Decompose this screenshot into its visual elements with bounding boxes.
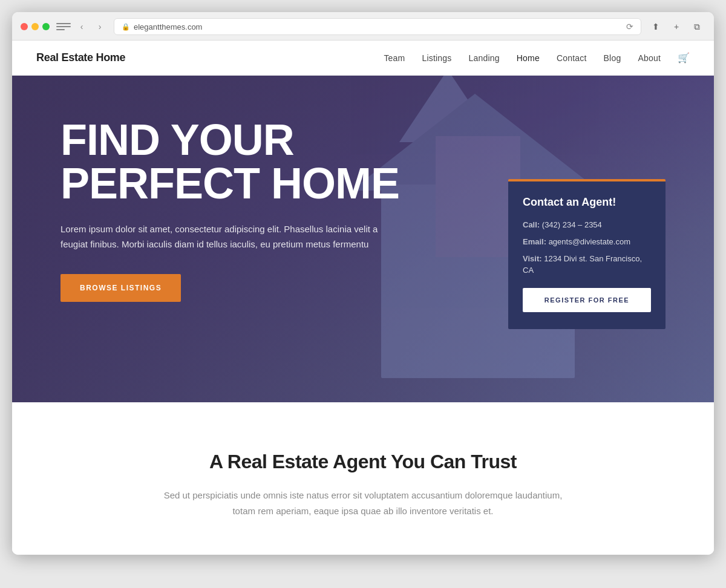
- hero-title: FIND YOUR PERFECT HOME: [60, 118, 424, 205]
- contact-card-title: Contact an Agent!: [523, 196, 651, 209]
- forward-button[interactable]: ›: [92, 19, 108, 34]
- nav-listings[interactable]: Listings: [422, 53, 451, 63]
- traffic-lights: [21, 23, 50, 30]
- contact-email: Email: agents@diviestate.com: [523, 237, 651, 247]
- share-button[interactable]: ⬆: [647, 18, 664, 35]
- sidebar-toggle[interactable]: [56, 19, 71, 34]
- maximize-button[interactable]: [42, 23, 50, 30]
- new-tab-button[interactable]: +: [668, 18, 685, 35]
- back-button[interactable]: ‹: [74, 19, 90, 34]
- hero-description: Lorem ipsum dolor sit amet, consectetur …: [60, 222, 399, 252]
- tab-overview-button[interactable]: ⧉: [688, 18, 705, 35]
- nav-about[interactable]: About: [638, 53, 661, 63]
- lock-icon: 🔒: [122, 23, 130, 31]
- browse-listings-button[interactable]: BROWSE LISTINGS: [60, 274, 181, 302]
- nav-contact[interactable]: Contact: [557, 53, 587, 63]
- website-content: Real Estate Home Team Listings Landing H…: [12, 41, 714, 555]
- browser-window: ‹ › 🔒 elegantthemes.com ⟳ ⬆ + ⧉ Real Est…: [12, 12, 714, 555]
- url-text: elegantthemes.com: [134, 22, 202, 31]
- minimize-button[interactable]: [31, 23, 39, 30]
- close-button[interactable]: [21, 23, 28, 30]
- browser-actions: ⬆ + ⧉: [647, 18, 705, 35]
- site-logo: Real Estate Home: [36, 51, 125, 64]
- section-title: A Real Estate Agent You Can Trust: [36, 451, 690, 473]
- register-button[interactable]: REGISTER FOR FREE: [523, 288, 651, 312]
- nav-team[interactable]: Team: [384, 53, 405, 63]
- nav-landing[interactable]: Landing: [469, 53, 500, 63]
- trust-section: A Real Estate Agent You Can Trust Sed ut…: [12, 402, 714, 555]
- site-header: Real Estate Home Team Listings Landing H…: [12, 41, 714, 76]
- contact-visit: Visit: 1234 Divi st. San Francisco, CA: [523, 253, 651, 275]
- reload-icon[interactable]: ⟳: [626, 22, 633, 31]
- site-nav: Team Listings Landing Home Contact Blog …: [384, 52, 690, 64]
- hero-section: FIND YOUR PERFECT HOME Lorem ipsum dolor…: [12, 76, 714, 402]
- section-description: Sed ut perspiciatis unde omnis iste natu…: [163, 488, 563, 518]
- contact-phone: Call: (342) 234 – 2354: [523, 220, 651, 230]
- browser-chrome: ‹ › 🔒 elegantthemes.com ⟳ ⬆ + ⧉: [12, 12, 714, 41]
- nav-blog[interactable]: Blog: [604, 53, 621, 63]
- contact-card: Contact an Agent! Call: (342) 234 – 2354…: [508, 179, 666, 329]
- cart-icon[interactable]: 🛒: [678, 52, 690, 64]
- browser-nav: ‹ ›: [56, 19, 108, 34]
- nav-home[interactable]: Home: [517, 53, 540, 63]
- hero-content: FIND YOUR PERFECT HOME Lorem ipsum dolor…: [12, 76, 472, 344]
- address-bar[interactable]: 🔒 elegantthemes.com ⟳: [114, 18, 641, 35]
